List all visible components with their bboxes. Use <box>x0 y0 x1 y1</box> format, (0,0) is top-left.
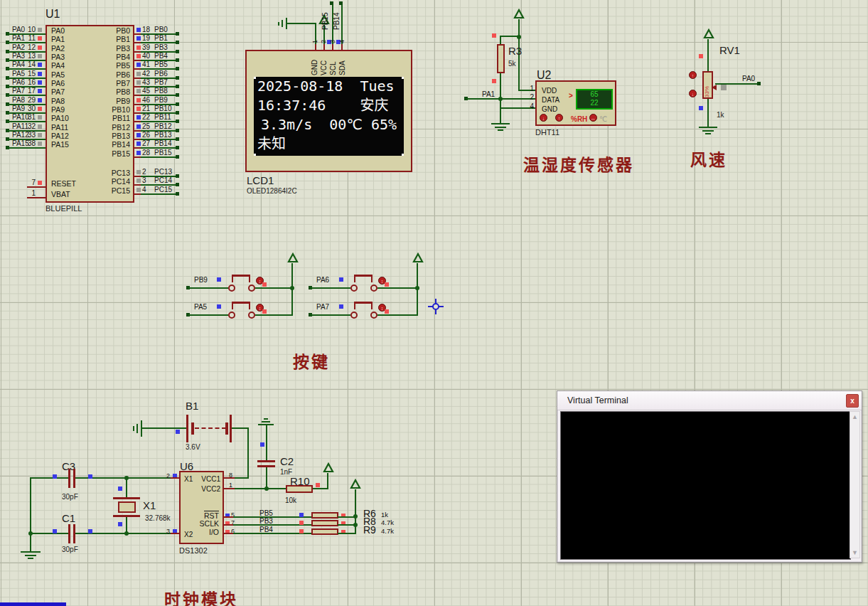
junction-dot <box>124 476 129 480</box>
resistor-r3[interactable] <box>497 44 505 73</box>
pot-down-button[interactable]: ↓ <box>689 90 697 97</box>
pin-stub <box>134 156 141 158</box>
toggle-button[interactable]: ↔ <box>589 114 597 122</box>
u1-right-bottom-pin-rows: 2 PC13 PC13 3 PC14 PC14 <box>6 169 183 196</box>
u6-part-label: DS1302 <box>179 546 208 555</box>
scroll-up-icon[interactable]: ▲ <box>850 413 859 420</box>
wire-terminal <box>176 192 179 196</box>
button-cap[interactable] <box>354 302 373 304</box>
wire <box>126 477 127 498</box>
pin-stub <box>134 51 141 53</box>
net-label: PA6 <box>316 276 329 284</box>
resistor-body[interactable] <box>311 520 338 526</box>
push-button-row[interactable]: PA5 ↕ <box>186 298 300 325</box>
pin-number: 2 <box>142 168 152 176</box>
wire-terminal <box>176 67 179 70</box>
u2-dht11-body[interactable]: VDD DATA GND > 65 22 ↓ ↑ %RH ↔ ℃ <box>535 80 616 126</box>
terminal-output[interactable] <box>560 411 851 560</box>
caption-rv: 风速 <box>690 147 727 171</box>
resistor-body[interactable] <box>311 528 338 535</box>
increase-button[interactable]: ↑ <box>555 114 563 122</box>
power-arrow-icon <box>323 462 334 474</box>
component-u1-bluepill[interactable]: U1 PA0 10 PA0 PA1 11 <box>6 7 185 215</box>
terminal-scrollbar[interactable]: ▲ ▼ <box>850 411 860 558</box>
pin-state-indicator <box>699 106 703 110</box>
resistor-body[interactable] <box>311 512 338 519</box>
net-label: PC15 <box>154 186 172 193</box>
pin-state-indicator <box>262 309 267 314</box>
net-label: PB12 <box>154 122 171 130</box>
c1-ref: C1 <box>62 512 75 524</box>
pin-state-indicator <box>136 107 141 111</box>
oled-corner-mark <box>254 77 256 79</box>
pin-name: PB7 <box>86 79 130 87</box>
button-cap[interactable] <box>232 275 250 277</box>
pin-state-indicator <box>136 188 141 192</box>
pin-name: PB5 <box>86 61 130 70</box>
degree-label: ℃ <box>599 115 607 123</box>
pin-stub <box>134 60 141 61</box>
wire <box>141 193 178 195</box>
button-terminal <box>228 285 235 292</box>
net-label: PB4 <box>154 52 168 60</box>
resistor-row: I/O 6 PB4 R9 4.7k <box>224 528 402 536</box>
pin-state-indicator <box>136 170 141 174</box>
pin-number: 40 <box>142 52 152 60</box>
pin-stub <box>134 112 141 114</box>
pin-stub <box>134 147 141 149</box>
pin-number: 25 <box>142 122 152 130</box>
wire-terminal <box>176 119 179 123</box>
pin-number: 3 <box>142 176 152 184</box>
button-cap[interactable] <box>232 302 250 304</box>
wire <box>313 488 328 489</box>
button-cap[interactable] <box>354 275 373 277</box>
ground-icon <box>491 123 510 124</box>
pin-name: PB4 <box>86 53 130 61</box>
scroll-down-icon[interactable]: ▼ <box>850 549 859 556</box>
push-button-row[interactable]: PA7 ↕ <box>309 298 422 325</box>
close-icon[interactable]: x <box>846 394 859 408</box>
wire-terminal <box>176 129 179 132</box>
caption-dht: 温湿度传感器 <box>523 152 634 176</box>
pin-stub <box>134 176 141 177</box>
oled-corner-mark <box>254 154 256 156</box>
wire <box>310 287 350 289</box>
resistor-value: 4.7k <box>381 527 394 535</box>
u1-right-pin-rows: 18 PB0 PB0 19 PB1 PB1 <box>6 27 183 159</box>
oled-screen: 2025-08-18 Tues16:37:46 安庆3.3m/s 00℃ 65%… <box>254 77 404 156</box>
net-label: PC14 <box>154 176 172 184</box>
pin-state-indicator <box>136 80 141 85</box>
schematic-canvas[interactable]: U1 PA0 10 PA0 PA1 11 <box>0 0 868 606</box>
net-label: PB9 <box>194 276 208 284</box>
pin-name: X1 <box>184 475 193 483</box>
pin-number: 4 <box>142 186 152 193</box>
pin-state-indicator <box>53 474 57 479</box>
decrease-button[interactable]: ↓ <box>540 114 547 122</box>
pin-state-indicator <box>299 529 304 533</box>
resistor-r10[interactable] <box>286 485 313 493</box>
pin-number: 21 <box>142 105 152 112</box>
pin-state-indicator <box>492 33 496 38</box>
wire-terminal <box>176 41 179 44</box>
pin-stub <box>134 121 141 122</box>
pin-state-indicator <box>118 487 122 491</box>
pin-state-indicator <box>721 85 727 90</box>
push-button-row[interactable]: PA6 ↕ <box>309 271 422 298</box>
wire <box>255 314 292 316</box>
terminal-title-bar[interactable]: Virtual Terminal <box>557 391 862 410</box>
net-label: PB5 <box>259 509 273 517</box>
net-label: PB13 <box>154 131 171 139</box>
pin-number: 3 <box>329 33 336 43</box>
pin-number: 28 <box>142 149 152 156</box>
pin-state-indicator <box>217 277 221 282</box>
pin-state-indicator <box>136 28 141 32</box>
pot-up-button[interactable]: ↑ <box>689 71 697 79</box>
net-label: PA1 <box>482 90 495 98</box>
pin-number: 22 <box>142 113 152 121</box>
wire-terminal <box>176 50 179 53</box>
display-pointer: > <box>569 92 573 100</box>
oled-text-line: 16:37:46 安庆 <box>254 96 404 115</box>
virtual-terminal-window[interactable]: Virtual Terminal x ▲ ▼ <box>557 390 862 563</box>
push-button-row[interactable]: PB9 ↕ <box>186 271 300 298</box>
pin-name: VDD <box>542 87 557 95</box>
